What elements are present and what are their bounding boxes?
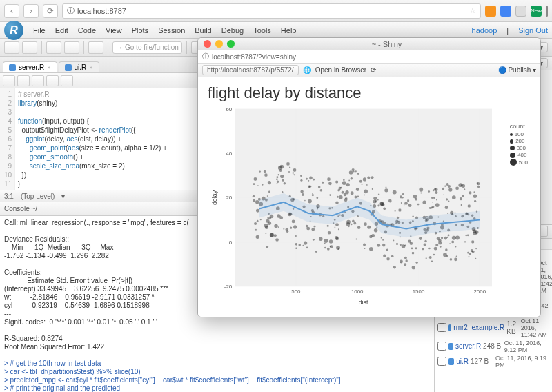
menu-code[interactable]: Code [78, 26, 96, 35]
svg-point-380 [349, 171, 353, 175]
extension-icon-1[interactable] [485, 6, 496, 17]
window-zoom-button[interactable] [227, 40, 235, 48]
signout-link[interactable]: Sign Out [518, 26, 548, 35]
print-button[interactable] [88, 41, 103, 54]
svg-point-294 [257, 220, 259, 222]
shiny-window[interactable]: ~ - Shiny ⓘ localhost:8787/?view=shiny h… [197, 37, 541, 317]
svg-point-150 [304, 200, 306, 202]
menu-build[interactable]: Build [195, 26, 211, 35]
file-name[interactable]: server.R [455, 342, 481, 350]
close-tab-icon[interactable]: × [47, 64, 50, 71]
open-in-browser-button[interactable]: Open in Browser [315, 66, 366, 74]
scope-dropdown-icon[interactable]: ▾ [61, 193, 65, 200]
save-button[interactable] [64, 41, 79, 54]
r-file-icon [448, 358, 454, 365]
svg-point-376 [319, 237, 323, 242]
code-tools-button[interactable] [61, 75, 73, 86]
refresh-app-icon[interactable]: ⟳ [371, 66, 376, 74]
close-tab-icon[interactable]: × [89, 64, 92, 71]
goto-file-search[interactable]: → Go to file/function [112, 41, 182, 54]
svg-text:60: 60 [226, 106, 232, 112]
browser-back-button[interactable]: ‹ [4, 4, 19, 18]
extension-icon-4[interactable]: New [531, 6, 542, 17]
window-close-button[interactable] [204, 40, 211, 48]
app-url-box[interactable]: http://localhost:8787/p/5572/ [202, 65, 299, 75]
svg-point-78 [441, 237, 443, 239]
browser-forward-button[interactable]: › [23, 4, 39, 18]
rstudio-logo: R [4, 21, 23, 40]
source-on-save-button[interactable] [32, 75, 44, 86]
size-legend: count 100200300400500 [510, 123, 528, 166]
svg-point-388 [386, 187, 387, 188]
svg-point-312 [306, 227, 310, 231]
svg-point-399 [253, 195, 255, 197]
svg-point-35 [469, 253, 471, 255]
svg-point-400 [374, 228, 378, 233]
svg-point-346 [393, 240, 394, 242]
window-titlebar[interactable]: ~ - Shiny [198, 38, 540, 50]
page-info-icon: ⓘ [202, 52, 209, 61]
svg-point-46 [308, 199, 312, 204]
svg-point-10 [452, 196, 456, 200]
file-checkbox[interactable] [437, 357, 446, 366]
svg-point-66 [313, 179, 315, 181]
file-row[interactable]: rmr2_example.R1.2 KBOct 11, 2016, 11:42 … [435, 317, 552, 339]
svg-point-135 [415, 247, 417, 249]
tab-server-r[interactable]: server.R × [3, 61, 57, 72]
svg-point-14 [419, 188, 423, 192]
svg-point-299 [255, 200, 259, 204]
menu-view[interactable]: View [106, 26, 122, 35]
menu-edit[interactable]: Edit [55, 26, 68, 35]
svg-point-148 [363, 244, 366, 246]
menu-debug[interactable]: Debug [221, 26, 244, 35]
svg-point-70 [440, 246, 442, 248]
menu-plots[interactable]: Plots [132, 26, 148, 35]
code-area[interactable]: # server.R library(shiny) function(input… [15, 88, 170, 190]
window-minimize-button[interactable] [215, 40, 223, 48]
svg-point-260 [477, 186, 480, 188]
find-replace-button[interactable] [46, 75, 59, 86]
svg-point-127 [274, 224, 278, 228]
show-in-new-window-button[interactable] [3, 75, 15, 86]
svg-point-287 [348, 180, 350, 182]
svg-point-158 [448, 185, 451, 188]
file-checkbox[interactable] [437, 342, 446, 351]
extension-icon-3[interactable] [515, 6, 526, 17]
url-bar[interactable]: ⓘ localhost:8787 ☆ [62, 3, 481, 19]
svg-point-401 [275, 239, 279, 242]
svg-point-132 [309, 177, 313, 180]
menu-session[interactable]: Session [158, 26, 185, 35]
tab-ui-r[interactable]: ui.R × [59, 61, 99, 72]
open-file-button[interactable] [46, 41, 61, 54]
svg-point-403 [473, 230, 476, 233]
svg-point-382 [475, 248, 477, 250]
svg-point-111 [346, 220, 351, 224]
file-row[interactable]: ui.R127 BOct 11, 2016, 9:19 PM [435, 354, 552, 369]
browser-menu-icon[interactable] [546, 6, 548, 17]
svg-point-259 [369, 247, 373, 251]
svg-point-358 [420, 193, 422, 194]
menu-help[interactable]: Help [281, 26, 297, 35]
file-checkbox[interactable] [437, 323, 446, 332]
svg-point-31 [357, 196, 359, 198]
svg-point-18 [404, 263, 406, 266]
tab-label: ui.R [75, 63, 87, 71]
file-row[interactable]: server.R248 BOct 11, 2016, 9:12 PM [435, 339, 552, 354]
menu-file[interactable]: File [33, 26, 46, 35]
save-file-button[interactable] [17, 75, 30, 86]
svg-point-335 [433, 197, 435, 199]
svg-point-190 [412, 266, 415, 269]
svg-point-77 [382, 244, 385, 246]
svg-point-130 [351, 224, 352, 225]
new-file-button[interactable] [4, 41, 19, 54]
bookmark-star-icon[interactable]: ☆ [469, 6, 476, 15]
file-name[interactable]: rmr2_example.R [453, 324, 504, 331]
new-project-button[interactable] [22, 41, 37, 54]
menu-tools[interactable]: Tools [253, 26, 271, 35]
arrow-icon: → [116, 43, 123, 51]
browser-reload-button[interactable]: ⟳ [43, 4, 58, 18]
file-name[interactable]: ui.R [456, 357, 469, 365]
extension-icon-2[interactable] [500, 6, 511, 17]
svg-point-238 [372, 188, 373, 190]
publish-button[interactable]: 🔵 Publish ▾ [498, 66, 536, 74]
